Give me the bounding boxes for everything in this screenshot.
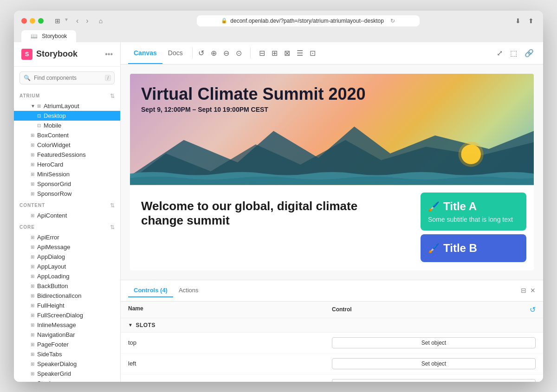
sidebar-item-speakerdialog[interactable]: ⊞ SpeakerDialog bbox=[14, 359, 120, 369]
minimize-button[interactable] bbox=[30, 18, 35, 24]
sidebar-item-speakergrid[interactable]: ⊞ SpeakerGrid bbox=[14, 369, 120, 379]
browser-controls: ⊞ ▾ bbox=[53, 16, 68, 26]
sidebar-item-label: BoxContent bbox=[37, 132, 69, 139]
reset-controls-button[interactable]: ↺ bbox=[530, 305, 536, 314]
new-window-button[interactable]: ⬚ bbox=[508, 47, 519, 59]
sidebar-item-inlinemessage[interactable]: ⊞ InlineMessage bbox=[14, 320, 120, 330]
sidebar-item-minisession[interactable]: ⊞ MiniSession bbox=[14, 169, 120, 179]
component-icon: ⊞ bbox=[31, 181, 34, 186]
content-left: Welcome to our global, digital climate c… bbox=[130, 185, 413, 270]
expand-icon-button[interactable]: ⤢ bbox=[495, 47, 505, 59]
sidebar-item-herocard[interactable]: ⊞ HeroCard bbox=[14, 160, 120, 169]
zoom-in-button[interactable]: ⊕ bbox=[209, 47, 219, 59]
sidebar-item-label: InlineMessage bbox=[37, 321, 76, 328]
search-input[interactable] bbox=[19, 71, 115, 84]
component-icon: ⊞ bbox=[31, 371, 34, 376]
sidebar-item-boxcontent[interactable]: ⊞ BoxContent bbox=[14, 130, 120, 140]
storybook-logo-text: Storybook bbox=[36, 49, 78, 59]
sidebar-item-apimessage[interactable]: ⊞ ApiMessage bbox=[14, 242, 120, 252]
section-atrium-expand[interactable]: ⇅ bbox=[110, 93, 115, 99]
forward-button[interactable]: › bbox=[83, 16, 91, 26]
tab-canvas[interactable]: Canvas bbox=[128, 43, 162, 64]
sidebar-item-fullscreendialog[interactable]: ⊞ FullScreenDialog bbox=[14, 310, 120, 320]
sidebar-item-sidetabs[interactable]: ⊞ SideTabs bbox=[14, 349, 120, 359]
link-button[interactable]: 🔗 bbox=[523, 47, 536, 59]
traffic-lights bbox=[21, 18, 44, 24]
close-panel-button[interactable]: ✕ bbox=[530, 287, 536, 294]
content-main-title: Welcome to our global, digital climate c… bbox=[141, 199, 402, 228]
lock-icon: 🔒 bbox=[221, 18, 227, 24]
sidebar-item-label: Desktop bbox=[44, 112, 66, 119]
url-display[interactable]: deconf.openlab.dev/?path=/story/atrium-a… bbox=[230, 18, 384, 24]
zoom-out-button[interactable]: ⊖ bbox=[221, 47, 231, 59]
sidebar-item-sponsorgrid[interactable]: ⊞ SponsorGrid bbox=[14, 179, 120, 189]
table-button[interactable]: ⊠ bbox=[282, 47, 292, 59]
zoom-reset-button[interactable]: ⊙ bbox=[234, 47, 244, 59]
sidebar-logo: S Storybook bbox=[21, 49, 78, 60]
download-button[interactable]: ⬇ bbox=[513, 16, 523, 26]
browser-nav: ‹ › bbox=[73, 16, 91, 26]
sidebar-item-label: BackButton bbox=[37, 283, 68, 289]
active-tab[interactable]: 📖 Storybook bbox=[21, 30, 76, 42]
content-right: 🖌️ Title A Some subtitle that is long te… bbox=[413, 185, 534, 270]
kebab-menu-button[interactable]: ••• bbox=[105, 50, 113, 58]
sidebar-item-navigationbar[interactable]: ⊞ NavigationBar bbox=[14, 330, 120, 340]
tab-docs[interactable]: Docs bbox=[162, 43, 188, 64]
sidebar-item-apploading[interactable]: ⊞ AppLoading bbox=[14, 271, 120, 281]
back-button[interactable]: ‹ bbox=[73, 16, 81, 26]
sidebar-item-fullheight[interactable]: ⊞ FullHeight bbox=[14, 301, 120, 310]
sidebar-item-sponsorrow[interactable]: ⊞ SponsorRow bbox=[14, 189, 120, 199]
sidebar-item-bidirectionalicon[interactable]: ⊞ BidirectionalIcon bbox=[14, 291, 120, 301]
sidebar-item-label: ApiContent bbox=[37, 212, 67, 219]
sidebar-item-atriumlayout[interactable]: ▼ ⊞ AtriumLayout bbox=[14, 101, 120, 111]
sidebar-item-stack[interactable]: ⊞ Stack bbox=[14, 379, 120, 382]
list-button[interactable]: ☰ bbox=[295, 47, 305, 59]
controls-panel: Controls (4) Actions ⊟ ✕ bbox=[121, 280, 543, 382]
reset-icon-button[interactable]: ↺ bbox=[196, 47, 206, 59]
sidebar-item-desktop[interactable]: ⊡ Desktop bbox=[14, 111, 120, 121]
set-object-right-button[interactable]: Set object bbox=[332, 379, 536, 382]
tab-actions[interactable]: Actions bbox=[173, 284, 204, 297]
component-icon: ⊞ bbox=[31, 172, 34, 177]
reload-icon[interactable]: ↻ bbox=[390, 18, 395, 24]
landscape-svg bbox=[130, 122, 534, 185]
set-object-left-button[interactable]: Set object bbox=[332, 358, 536, 369]
browser-actions: ⬇ ⬆ bbox=[513, 16, 536, 26]
search-shortcut: / bbox=[105, 75, 111, 81]
sidebar-item-apicontent[interactable]: ⊞ ApiContent bbox=[14, 211, 120, 220]
component-icon: ⊞ bbox=[31, 303, 34, 308]
component-icon: ⊞ bbox=[31, 264, 34, 269]
sidebar-item-label: MiniSession bbox=[37, 171, 70, 178]
layout-button[interactable]: ⊡ bbox=[308, 47, 317, 59]
set-object-top-button[interactable]: Set object bbox=[332, 337, 536, 348]
sidebar-item-label: SideTabs bbox=[37, 351, 62, 358]
split-panel-button[interactable]: ⊟ bbox=[521, 287, 526, 294]
close-button[interactable] bbox=[21, 18, 27, 24]
chevron-down-icon: ▼ bbox=[31, 103, 35, 109]
sidebar-item-applayout[interactable]: ⊞ AppLayout bbox=[14, 262, 120, 271]
sidebar-item-backbutton[interactable]: ⊞ BackButton bbox=[14, 281, 120, 291]
sidebar-item-pagefooter[interactable]: ⊞ PageFooter bbox=[14, 340, 120, 349]
component-icon: ⊞ bbox=[31, 244, 34, 250]
share-button[interactable]: ⬆ bbox=[526, 16, 536, 26]
control-name-right: right bbox=[128, 381, 332, 382]
section-content-expand[interactable]: ⇅ bbox=[110, 202, 115, 209]
sidebar-item-colorwidget[interactable]: ⊞ ColorWidget bbox=[14, 140, 120, 150]
sidebar-item-apierror[interactable]: ⊞ ApiError bbox=[14, 232, 120, 242]
sidebar-item-featuredsessions[interactable]: ⊞ FeaturedSessions bbox=[14, 150, 120, 160]
sidebar-item-label: AtriumLayout bbox=[44, 103, 79, 109]
controls-body: Name Control ↺ ▼ SLOTS top Set bbox=[121, 302, 543, 382]
maximize-button[interactable] bbox=[38, 18, 44, 24]
paintbrush-b-icon: 🖌️ bbox=[428, 243, 440, 254]
tab-controls[interactable]: Controls (4) bbox=[128, 284, 173, 297]
component-icon: ⊞ bbox=[31, 162, 34, 167]
section-core-expand[interactable]: ⇅ bbox=[110, 224, 115, 231]
grid-button[interactable]: ⊞ bbox=[270, 47, 279, 59]
component-icon: ⊞ bbox=[31, 254, 34, 259]
sidebar-toggle-button[interactable]: ⊞ bbox=[53, 16, 62, 26]
image-icon-button[interactable]: ⊟ bbox=[257, 47, 267, 59]
home-button[interactable]: ⌂ bbox=[97, 16, 104, 26]
sidebar-item-appdialog[interactable]: ⊞ AppDialog bbox=[14, 252, 120, 262]
story-icon: ⊡ bbox=[37, 113, 41, 118]
sidebar-item-mobile[interactable]: ⊡ Mobile bbox=[14, 121, 120, 130]
